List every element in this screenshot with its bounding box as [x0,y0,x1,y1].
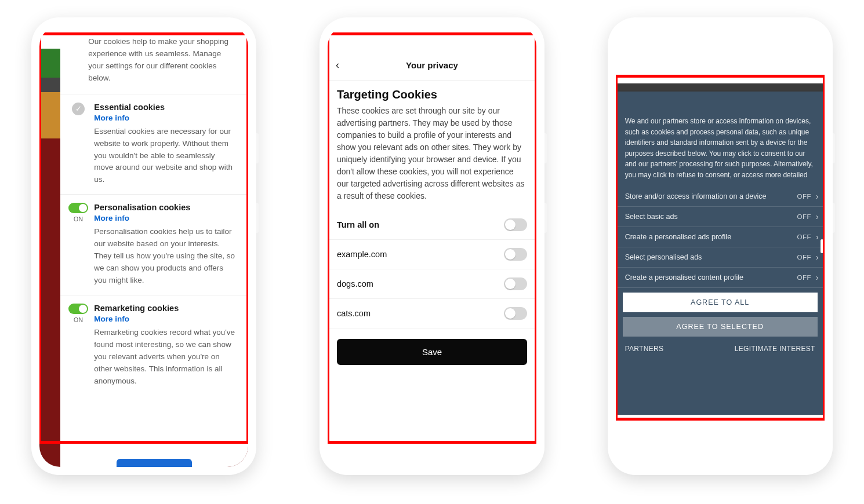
option-state[interactable]: OFF [797,193,811,200]
agree-all-button[interactable]: AGREE TO ALL [623,293,818,312]
phone-side-button [544,203,547,233]
phone-mockup-3: We and our partners store or access info… [608,17,833,475]
chevron-right-icon[interactable]: › [816,273,819,282]
phone-screen: Our cookies help to make your shopping e… [39,25,248,467]
phone-screen: We and our partners store or access info… [616,25,825,467]
section-description: Remarketing cookies record what you've f… [94,327,235,388]
chevron-right-icon[interactable]: › [816,212,819,221]
phone-side-button [833,203,835,233]
toggle-on[interactable] [68,203,88,213]
partners-link[interactable]: PARTNERS [625,345,664,353]
option-label: Create a personalised ads profile [625,233,731,241]
header-title: Your privacy [406,60,458,70]
phone-side-button [256,203,259,233]
consent-panel: We and our partners store or access info… [616,92,825,415]
section-description: Personalisation cookies help us to tailo… [94,226,235,287]
option-label: Select basic ads [625,213,678,221]
section-title: Remarketing cookies [94,304,235,313]
footer-links: PARTNERS LEGITIMATE INTEREST [616,337,825,353]
option-label: Create a personalised content profile [625,273,743,282]
background-top [616,50,825,83]
section-title: Essential cookies [94,103,235,112]
consent-option-row: Store and/or access information on a dev… [616,187,825,207]
phone-screen: ‹ Your privacy Targeting Cookies These c… [328,25,536,467]
toggle-switch[interactable] [504,307,527,320]
header-bar: ‹ Your privacy [328,50,536,81]
chevron-right-icon[interactable]: › [816,232,819,242]
back-icon[interactable]: ‹ [336,59,339,71]
toggle-row: dogs.com [328,269,536,299]
consent-paragraph: We and our partners store or access info… [616,92,825,187]
option-state[interactable]: OFF [797,274,811,281]
legitimate-interest-link[interactable]: LEGITIMATE INTEREST [735,345,815,353]
more-info-link[interactable]: More info [94,114,235,122]
toggle-state-label: ON [74,316,84,323]
section-personalisation: ON Personalisation cookies More info Per… [60,194,248,295]
save-button[interactable]: Save [337,339,527,365]
description-paragraph: These cookies are set through our site b… [328,105,536,210]
option-state[interactable]: OFF [797,213,811,220]
option-label: Store and/or access information on a dev… [625,192,767,200]
row-label: example.com [337,250,387,259]
row-label: cats.com [337,309,371,318]
phone-side-button [833,133,835,163]
toggle-row: cats.com [328,299,536,328]
option-state[interactable]: OFF [797,254,811,261]
toggle-row: example.com [328,240,536,269]
consent-option-row: Create a personalised ads profile OFF › [616,227,825,247]
scrollbar-thumb[interactable] [821,239,823,253]
chevron-right-icon[interactable]: › [816,192,819,201]
row-label: Turn all on [337,220,379,229]
phone-side-button [544,133,547,163]
agree-selected-button[interactable]: AGREE TO SELECTED [623,317,818,337]
toggle-switch[interactable] [504,218,527,231]
more-info-link[interactable]: More info [94,315,235,323]
page-title: Targeting Cookies [328,81,536,105]
section-remarketing: ON Remarketing cookies More info Remarke… [60,295,248,396]
chevron-right-icon[interactable]: › [816,253,819,262]
toggle-row-all: Turn all on [328,210,536,240]
option-label: Select personalised ads [625,253,702,261]
intro-text: Our cookies help to make your shopping e… [60,25,248,94]
consent-option-row: Select personalised ads OFF › [616,247,825,268]
more-info-link[interactable]: More info [94,214,235,222]
toggle-switch[interactable] [504,277,527,290]
phone-side-button [256,133,259,163]
consent-option-row: Select basic ads OFF › [616,207,825,227]
phone-mockup-2: ‹ Your privacy Targeting Cookies These c… [320,17,544,475]
toggle-on[interactable] [68,304,88,314]
section-description: Essential cookies are necessary for our … [94,126,235,187]
section-essential: ✓ Essential cookies More info Essential … [60,94,248,195]
cookie-settings-modal: Our cookies help to make your shopping e… [60,25,248,467]
check-icon: ✓ [72,103,85,115]
phone-mockup-1: Our cookies help to make your shopping e… [31,17,256,475]
toggle-state-label: ON [74,216,84,222]
option-state[interactable]: OFF [797,233,811,240]
toggle-switch[interactable] [504,248,527,261]
background-dark-bar [616,83,825,92]
primary-action-button[interactable] [117,459,192,467]
section-title: Personalisation cookies [94,203,235,212]
row-label: dogs.com [337,279,373,288]
consent-option-row: Create a personalised content profile OF… [616,268,825,288]
